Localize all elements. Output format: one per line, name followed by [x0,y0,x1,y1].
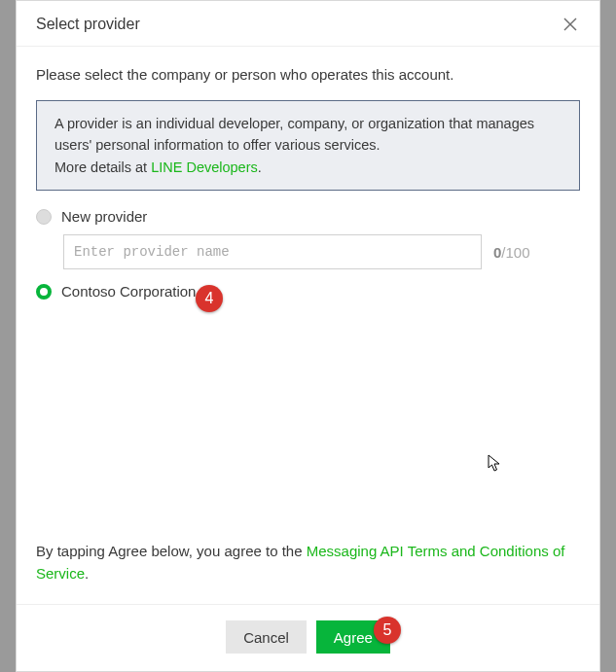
info-text-3: . [258,159,262,175]
provider-name-input[interactable] [63,234,482,269]
char-counter: 0/100 [493,244,530,261]
radio-existing-provider-row[interactable]: Contoso Corporation [36,283,580,300]
close-button[interactable] [561,15,580,34]
agree-prefix: By tapping Agree below, you agree to the [36,543,307,559]
modal-footer: Cancel Agree [17,604,599,671]
radio-new-provider-row[interactable]: New provider [36,208,580,225]
line-developers-link[interactable]: LINE Developers [151,159,258,175]
agree-suffix: . [85,565,89,582]
annotation-badge-4: 4 [196,285,223,312]
info-box: A provider is an individual developer, c… [36,100,580,191]
modal-body: Please select the company or person who … [17,47,599,604]
modal-title: Select provider [36,16,140,33]
radio-new-provider[interactable] [36,209,52,225]
annotation-badge-5: 5 [374,617,401,644]
char-counter-max: /100 [501,244,529,261]
instruction-text: Please select the company or person who … [36,66,580,83]
select-provider-modal: Select provider Please select the compan… [16,0,600,672]
radio-existing-provider[interactable] [36,284,52,300]
provider-name-row: 0/100 [63,234,580,269]
info-text-2: More details at [54,159,151,175]
cancel-button[interactable]: Cancel [226,620,307,654]
info-text-1: A provider is an individual developer, c… [54,116,534,153]
agree-disclaimer: By tapping Agree below, you agree to the… [36,541,580,584]
radio-new-provider-label: New provider [61,208,147,225]
radio-existing-provider-label: Contoso Corporation [61,283,196,300]
modal-header: Select provider [17,1,599,47]
close-icon [563,18,577,31]
